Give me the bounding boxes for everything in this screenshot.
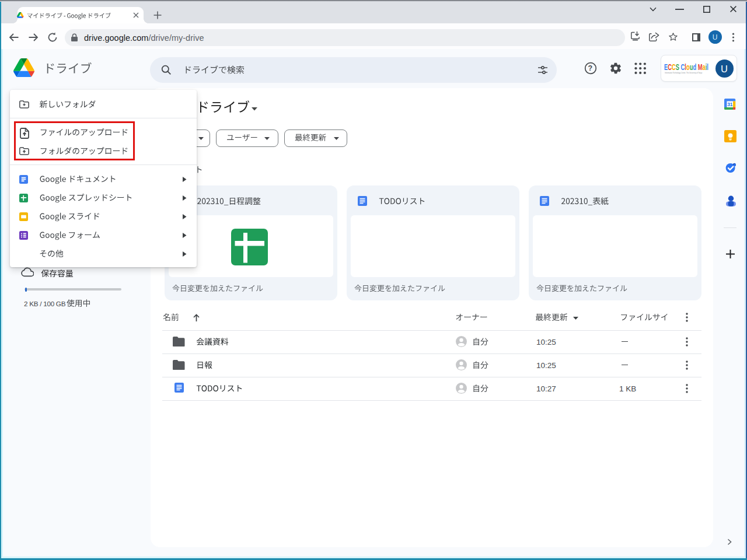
svg-text:31: 31	[727, 101, 733, 107]
